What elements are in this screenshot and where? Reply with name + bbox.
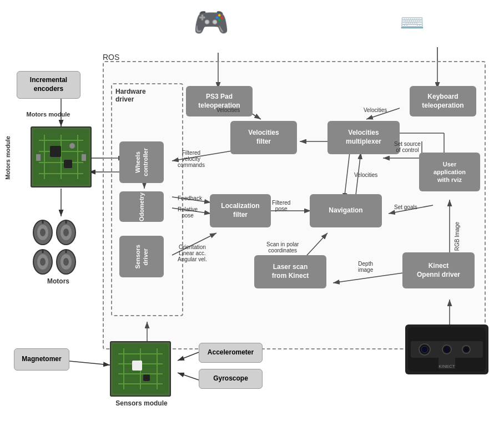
velocities-filter: Velocitiesfilter	[230, 121, 297, 154]
svg-rect-68	[132, 361, 142, 371]
sensors-module-board	[110, 341, 171, 397]
motors-module-label: Motors module	[12, 111, 84, 118]
gamepad-icon: 🎮	[193, 6, 229, 39]
svg-line-26	[178, 373, 199, 380]
keyboard-teleop: Keyboardteleoperation	[410, 86, 476, 116]
velocities-label-ps3: Velocities	[216, 107, 240, 113]
incremental-encoders: Incrementalencoders	[17, 71, 80, 99]
magnetomer: Magnetomer	[14, 348, 69, 371]
svg-rect-43	[82, 154, 86, 161]
motors-module-board	[31, 126, 92, 187]
relative-pose-label: Relativepose	[178, 206, 198, 219]
navigation: Navigation	[310, 194, 382, 227]
svg-rect-40	[64, 160, 72, 168]
svg-point-58	[63, 258, 69, 266]
svg-point-77	[465, 348, 468, 351]
svg-point-54	[40, 258, 46, 266]
motors-module-vertical-label: Motors module	[4, 136, 11, 180]
depth-image-label: Depthimage	[358, 261, 373, 273]
filtered-velocity-label: Filteredvelocitycommands	[178, 150, 205, 168]
filtered-pose-label: Filteredpose	[272, 200, 290, 212]
motor-3	[32, 248, 53, 277]
motor-2	[56, 219, 77, 247]
svg-point-50	[63, 229, 69, 236]
sensors-module-label: Sensors module	[108, 399, 175, 407]
feedback-label: Feedback	[178, 195, 202, 201]
hw-driver-label: Hardwaredriver	[115, 88, 146, 103]
laser-scan: Laser scanfrom Kinect	[254, 255, 326, 288]
svg-rect-42	[36, 154, 41, 161]
set-goals-label: Set goals	[394, 204, 417, 210]
motors-label: Motors	[31, 277, 86, 285]
ros-label: ROS	[103, 53, 119, 62]
wheels-controller: Wheelscontroller	[119, 141, 164, 183]
localization-filter: Localizationfilter	[210, 194, 271, 227]
svg-line-25	[178, 352, 199, 361]
sensors-driver: Sensorsdriver	[119, 236, 164, 277]
svg-rect-39	[50, 146, 61, 157]
user-application: Userapplicationwith rviz	[419, 153, 480, 191]
set-source-label: Set sourceof control	[394, 141, 421, 153]
gyroscope: Gyroscope	[199, 369, 263, 389]
svg-text:KINECT: KINECT	[439, 364, 455, 369]
svg-point-73	[421, 346, 428, 353]
velocities-multiplexer: Velocitiesmultiplexer	[327, 121, 400, 154]
kinect-openni: KinectOpenni driver	[402, 252, 475, 288]
svg-rect-69	[143, 374, 150, 381]
diagram-container: ROS Hardwaredriver 🎮 ⌨️ Incrementalencod…	[0, 0, 504, 426]
svg-point-41	[69, 143, 75, 149]
scan-polar-label: Scan in polarcoordinates	[266, 241, 299, 253]
svg-point-75	[445, 347, 449, 352]
motor-1	[32, 219, 53, 247]
motor-4	[56, 248, 77, 277]
svg-line-24	[64, 361, 110, 365]
keyboard-icon: ⌨️	[400, 11, 425, 34]
velocities-label-nav: Velocities	[354, 172, 377, 178]
svg-point-46	[40, 229, 46, 236]
rgb-image-label: RGB Image	[454, 222, 460, 251]
accelerometer: Accelerometer	[199, 343, 263, 363]
velocities-label-keyboard: Velocities	[364, 107, 387, 113]
kinect-device: KINECT	[405, 324, 488, 374]
odometry: Odometry	[119, 191, 164, 222]
orientation-label: OrientationLinear acc.Angular vel.	[178, 244, 207, 262]
